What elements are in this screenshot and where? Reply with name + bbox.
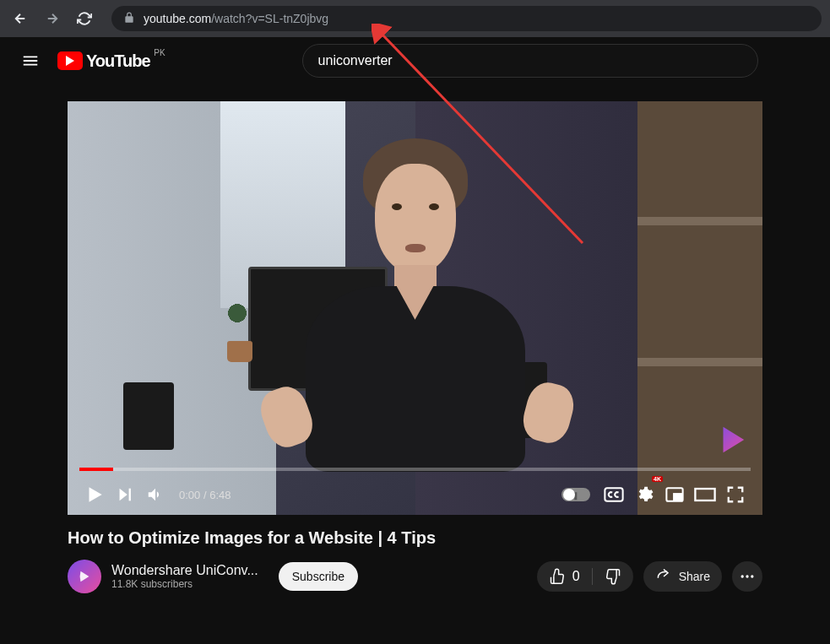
lock-icon [123, 12, 135, 26]
captions-button[interactable] [599, 479, 629, 510]
svg-marker-2 [66, 56, 74, 66]
svg-point-11 [746, 575, 748, 577]
progress-bar[interactable] [79, 468, 751, 471]
video-frame [68, 101, 762, 515]
youtube-play-icon [57, 51, 83, 70]
miniplayer-button[interactable] [659, 479, 690, 510]
menu-button[interactable] [14, 44, 47, 78]
browser-toolbar: youtube.com/watch?v=SL-tnZ0jbvg [0, 0, 830, 37]
svg-marker-3 [90, 487, 102, 501]
share-label: Share [679, 570, 710, 583]
svg-point-12 [751, 575, 753, 577]
like-dislike-group: 0 [537, 561, 633, 592]
autoplay-toggle[interactable]: ❚❚ [561, 488, 590, 501]
next-button[interactable] [110, 479, 140, 510]
subscribe-button[interactable]: Subscribe [279, 562, 358, 591]
svg-rect-8 [674, 494, 681, 500]
time-display: 0:00 / 6:48 [179, 489, 231, 501]
play-button[interactable] [79, 479, 110, 510]
back-button[interactable] [8, 7, 32, 30]
like-button[interactable]: 0 [537, 568, 592, 585]
video-title: How to Optimize Images for a Website | 4… [68, 528, 762, 548]
youtube-logo[interactable]: YouTube PK [57, 51, 150, 71]
share-button[interactable]: Share [643, 561, 722, 592]
video-player[interactable]: 0:00 / 6:48 ❚❚ 4K [68, 101, 762, 515]
subscriber-count: 11.8K subscribers [111, 578, 258, 590]
svg-marker-4 [120, 489, 127, 501]
channel-name[interactable]: Wondershare UniConv... [111, 563, 258, 578]
fullscreen-button[interactable] [720, 479, 751, 510]
search-box[interactable] [302, 44, 758, 78]
reload-button[interactable] [73, 7, 96, 30]
channel-avatar[interactable] [68, 560, 101, 593]
youtube-wordmark: YouTube [86, 51, 150, 71]
svg-rect-6 [605, 488, 622, 501]
region-code: PK [154, 48, 165, 57]
svg-rect-5 [129, 489, 131, 501]
search-input[interactable] [318, 53, 742, 68]
svg-rect-9 [695, 489, 714, 501]
more-actions-button[interactable] [732, 561, 762, 592]
theater-button[interactable] [690, 479, 720, 510]
video-meta-row: Wondershare UniConv... 11.8K subscribers… [68, 560, 762, 593]
dislike-button[interactable] [593, 568, 633, 585]
address-bar[interactable]: youtube.com/watch?v=SL-tnZ0jbvg [111, 6, 822, 31]
player-controls: 0:00 / 6:48 ❚❚ 4K [68, 474, 762, 515]
youtube-header: YouTube PK [0, 37, 830, 84]
quality-badge: 4K [652, 476, 663, 482]
volume-button[interactable] [140, 479, 171, 510]
settings-button[interactable]: 4K [629, 479, 659, 510]
url-text: youtube.com/watch?v=SL-tnZ0jbvg [144, 12, 328, 25]
svg-point-10 [741, 575, 744, 577]
forward-button[interactable] [41, 7, 64, 30]
like-count: 0 [572, 569, 580, 584]
